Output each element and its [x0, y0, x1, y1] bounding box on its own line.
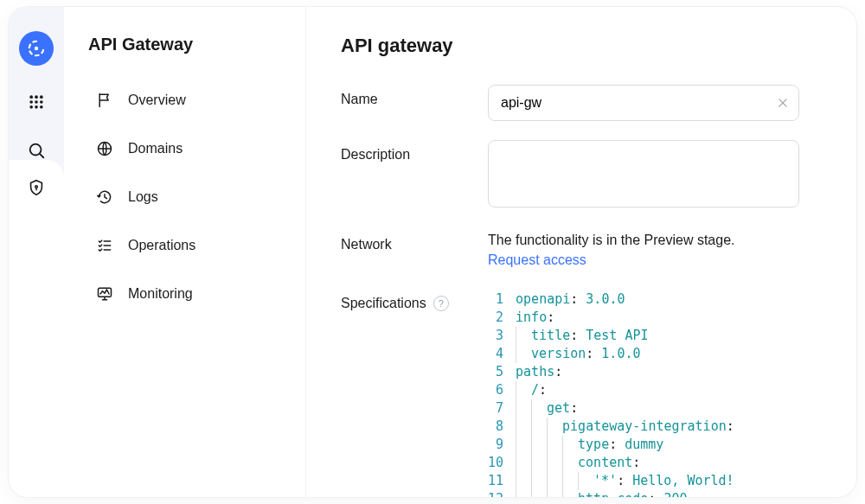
nav-rail	[9, 7, 64, 497]
search-icon	[27, 141, 46, 160]
rail-security-icon[interactable]	[24, 175, 48, 200]
page-title: API gateway	[341, 35, 822, 57]
svg-point-3	[40, 95, 43, 99]
label-specifications-text: Specifications	[341, 296, 426, 311]
globe-icon	[95, 139, 114, 158]
grid-icon	[28, 93, 45, 111]
rail-primary-logo[interactable]	[19, 31, 54, 66]
sidebar-item-label: Domains	[128, 141, 183, 156]
svg-point-1	[29, 95, 33, 99]
name-input[interactable]	[488, 85, 799, 121]
sidebar-item-label: Operations	[128, 238, 195, 253]
description-textarea[interactable]	[488, 140, 799, 207]
sidebar-item-label: Monitoring	[128, 286, 193, 302]
monitor-icon	[95, 284, 114, 303]
line-gutter: 123456789101112	[488, 290, 516, 497]
label-specifications: Specifications ?	[341, 289, 488, 311]
svg-point-7	[29, 105, 33, 109]
sidebar-item-domains[interactable]: Domains	[88, 131, 285, 167]
code-body[interactable]: openapi: 3.0.0info:title: Test APIversio…	[516, 290, 822, 497]
help-icon[interactable]: ?	[433, 296, 449, 311]
sidebar-title: API Gateway	[88, 35, 285, 54]
logo-icon	[27, 39, 46, 58]
main-content: API gateway Name Description Network The…	[306, 7, 856, 497]
network-preview-text: The functionality is in the Preview stag…	[488, 233, 734, 247]
row-description: Description	[341, 140, 822, 211]
label-description: Description	[341, 140, 488, 163]
svg-line-11	[40, 154, 43, 157]
sidebar-item-operations[interactable]: Operations	[88, 227, 285, 264]
sidebar: API Gateway Overview Domains Logs	[64, 7, 306, 497]
svg-point-8	[35, 105, 38, 109]
svg-point-9	[40, 105, 43, 109]
svg-point-4	[29, 100, 33, 104]
svg-point-0	[35, 47, 38, 50]
sidebar-item-label: Logs	[128, 189, 158, 205]
sidebar-item-logs[interactable]: Logs	[88, 179, 285, 215]
svg-point-6	[40, 100, 43, 104]
row-network: Network The functionality is in the Prev…	[341, 230, 822, 270]
rail-bottom-area	[9, 160, 64, 497]
request-access-link[interactable]: Request access	[488, 252, 586, 267]
rail-apps-icon[interactable]	[24, 90, 48, 114]
close-icon	[777, 97, 789, 109]
svg-point-5	[35, 100, 38, 104]
clear-name-button[interactable]	[775, 95, 791, 111]
rail-search-icon[interactable]	[24, 138, 48, 163]
shield-icon	[27, 178, 46, 197]
sidebar-item-overview[interactable]: Overview	[88, 82, 285, 118]
row-name: Name	[341, 85, 822, 121]
sidebar-item-label: Overview	[128, 93, 186, 108]
label-network: Network	[341, 230, 488, 252]
svg-point-2	[35, 95, 38, 99]
flag-icon	[95, 91, 114, 110]
row-specifications: Specifications ? 123456789101112 openapi…	[341, 289, 822, 497]
history-icon	[95, 188, 114, 207]
checklist-icon	[95, 236, 114, 255]
spec-editor[interactable]: 123456789101112 openapi: 3.0.0info:title…	[488, 289, 822, 497]
label-name: Name	[341, 85, 488, 107]
sidebar-item-monitoring[interactable]: Monitoring	[88, 276, 285, 312]
